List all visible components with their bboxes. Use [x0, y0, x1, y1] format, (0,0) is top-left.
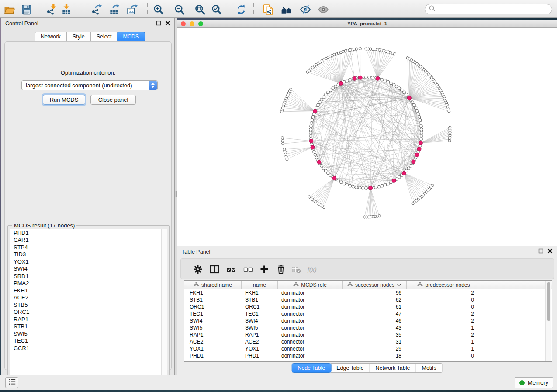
table-row[interactable]: ACE2ACE2connector311	[184, 338, 552, 345]
mcds-result-node[interactable]: TEC1	[10, 337, 167, 345]
mcds-result-node[interactable]: YOX1	[10, 258, 167, 265]
table-row[interactable]: TEC1TEC1connector472	[184, 310, 552, 317]
cell-MCDS-role: dominator	[278, 352, 343, 359]
table-row[interactable]: STB1STB1dominator620	[184, 296, 552, 303]
table-row[interactable]: RAP1RAP1dominator352	[184, 331, 552, 338]
save-session-icon[interactable]	[19, 3, 34, 16]
column-header-shared-name[interactable]: shared name	[184, 281, 242, 289]
close-panel-button[interactable]: Close panel	[90, 95, 136, 105]
cell-name: PHD1	[242, 352, 278, 359]
column-header-predecessor-nodes[interactable]: predecessor nodes	[407, 281, 481, 289]
mcds-result-node[interactable]: STP4	[10, 244, 167, 251]
zoom-window-button[interactable]	[198, 21, 203, 26]
search-icon	[428, 4, 436, 14]
tab-network[interactable]: Network	[35, 32, 67, 41]
table-body: FKH1FKH1dominator962STB1STB1dominator620…	[184, 289, 552, 359]
zoom-out-icon[interactable]	[172, 3, 187, 16]
mcds-result-node[interactable]: CAR1	[10, 237, 167, 244]
tab-edge-table[interactable]: Edge Table	[331, 363, 370, 373]
show-graphics-icon[interactable]	[316, 3, 331, 16]
delete-row-icon[interactable]	[274, 263, 287, 275]
tab-network-table[interactable]: Network Table	[370, 363, 416, 373]
tab-node-table[interactable]: Node Table	[291, 363, 331, 373]
export-image-icon[interactable]	[125, 3, 140, 16]
column-header-successor-nodes[interactable]: successor nodes	[343, 281, 407, 289]
refresh-layout-icon[interactable]	[234, 3, 249, 16]
table-scrollbar-thumb[interactable]	[547, 282, 550, 321]
tab-motifs[interactable]: Motifs	[416, 363, 442, 373]
splitter-handle[interactable]	[175, 191, 177, 197]
mcds-result-node[interactable]: ORC1	[10, 309, 167, 316]
close-panel-icon[interactable]	[547, 248, 553, 255]
mcds-result-node[interactable]: STB5	[10, 301, 167, 309]
cell-shared-name: SWI5	[184, 324, 242, 331]
zoom-fit-icon[interactable]	[193, 3, 208, 16]
criterion-dropdown[interactable]: largest connected component (undirected)	[21, 80, 158, 90]
select-all-icon[interactable]	[225, 263, 238, 275]
column-header-name[interactable]: name	[242, 281, 278, 289]
run-mcds-button[interactable]: Run MCDS	[43, 95, 85, 105]
network-overview-icon[interactable]	[279, 3, 294, 16]
table-row[interactable]: FKH1FKH1dominator962	[184, 289, 552, 296]
table-row[interactable]: ORC1ORC1dominator610	[184, 303, 552, 310]
split-panel-icon[interactable]	[208, 263, 221, 275]
copy-network-icon[interactable]	[261, 3, 276, 16]
import-table-icon[interactable]	[59, 3, 74, 16]
sort-desc-icon	[397, 282, 401, 288]
panel-list-mode-button[interactable]	[5, 377, 18, 388]
tab-select[interactable]: Select	[91, 32, 118, 41]
mcds-result-node[interactable]: PHD1	[10, 229, 167, 237]
minimize-window-button[interactable]	[190, 21, 194, 26]
zoom-in-icon[interactable]	[151, 3, 166, 16]
result-scrollbar[interactable]	[161, 229, 167, 385]
status-bar: Memory	[0, 375, 557, 390]
close-window-button[interactable]	[181, 21, 186, 26]
network-canvas[interactable]	[177, 28, 557, 246]
table-row[interactable]: SWI4SWI4dominator462	[184, 317, 552, 324]
deselect-all-icon[interactable]	[242, 263, 255, 275]
table-settings-icon[interactable]	[191, 263, 204, 275]
cell-shared-name: PHD1	[184, 352, 242, 359]
mcds-tab-content: Optimization criterion: largest connecte…	[4, 41, 172, 370]
float-panel-icon[interactable]	[156, 21, 161, 27]
cell-shared-name: YOX1	[184, 345, 242, 352]
table-row[interactable]: PHD1PHD1dominator180	[184, 352, 552, 359]
cell-shared-name: TEC1	[184, 310, 242, 317]
export-table-icon[interactable]	[107, 3, 121, 16]
search-input[interactable]	[436, 5, 552, 13]
cell-name: RAP1	[242, 331, 278, 338]
cell-predecessor-nodes: 1	[407, 324, 481, 331]
cell-name: YOX1	[242, 345, 278, 352]
svg-text:f(x): f(x)	[308, 266, 317, 273]
tab-mcds[interactable]: MCDS	[117, 32, 145, 41]
mcds-result-node[interactable]: SWI4	[10, 265, 167, 273]
mcds-result-node[interactable]: SRD1	[10, 272, 167, 280]
table-scrollbar[interactable]	[545, 281, 551, 361]
table-row[interactable]: SWI5SWI5connector431	[184, 324, 552, 331]
mcds-result-node[interactable]: STB1	[10, 323, 167, 330]
hide-graphics-icon[interactable]	[298, 3, 313, 16]
mcds-result-node[interactable]: RAP1	[10, 316, 167, 323]
mcds-result-list[interactable]: PHD1CAR1STP4TID3YOX1SWI4SRD1PMA2FKH1ACE2…	[10, 229, 167, 386]
mcds-result-node[interactable]: FKH1	[10, 287, 167, 294]
mcds-result-node[interactable]: SWI5	[10, 330, 167, 337]
column-header-MCDS-role[interactable]: MCDS role	[278, 281, 343, 289]
zoom-selected-icon[interactable]	[209, 3, 224, 16]
network-window-titlebar: YPA_prune.txt_1	[177, 20, 557, 28]
network-view-window: YPA_prune.txt_1	[177, 20, 557, 246]
control-panel-tabs: NetworkStyleSelectMCDS	[35, 32, 145, 41]
node-table[interactable]: shared namenameMCDS rolesuccessor nodesp…	[184, 280, 552, 362]
open-session-icon[interactable]	[2, 3, 17, 16]
mcds-result-node[interactable]: TID3	[10, 251, 167, 258]
mcds-result-node[interactable]: GCR1	[10, 344, 167, 352]
memory-button[interactable]: Memory	[515, 377, 553, 388]
tab-style[interactable]: Style	[67, 32, 91, 41]
float-panel-icon[interactable]	[538, 248, 543, 255]
mcds-result-node[interactable]: PMA2	[10, 280, 167, 287]
import-network-icon[interactable]	[44, 3, 59, 16]
export-network-icon[interactable]	[89, 3, 104, 16]
table-row[interactable]: YOX1YOX1connector291	[184, 345, 552, 352]
add-row-icon[interactable]	[258, 263, 271, 275]
close-panel-icon[interactable]	[165, 21, 170, 27]
mcds-result-node[interactable]: ACE2	[10, 294, 167, 302]
